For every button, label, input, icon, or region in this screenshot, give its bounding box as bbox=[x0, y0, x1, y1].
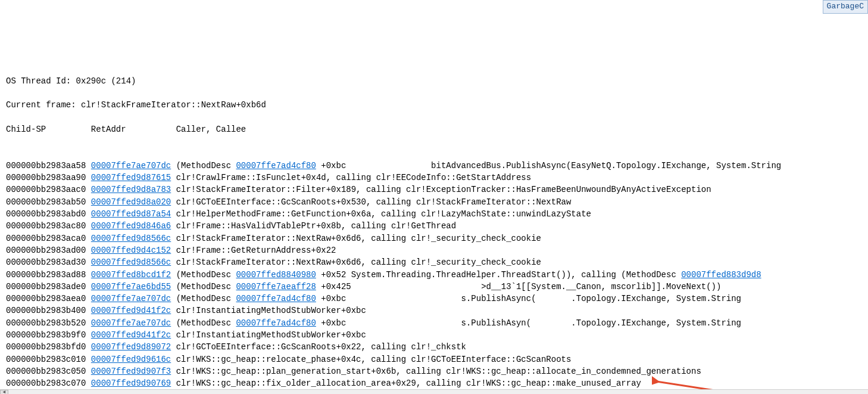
ret-addr-link[interactable]: 00007ffe7ae707dc bbox=[91, 318, 171, 328]
ret-addr-link[interactable]: 00007ffed9d8a783 bbox=[91, 185, 171, 194]
methoddesc-link[interactable]: 00007ffe7ad4cf80 bbox=[236, 294, 316, 303]
call-text: clr!Frame::GetReturnAddress+0x22 bbox=[171, 246, 336, 255]
stack-frame-row: 000000bb2983ab50 00007ffed9d8a020 clr!GC… bbox=[6, 196, 862, 208]
stack-frame-row: 000000bb2983ad88 00007ffed8bcd1f2 (Metho… bbox=[6, 269, 862, 281]
ret-addr-link[interactable]: 00007ffed8bcd1f2 bbox=[91, 270, 171, 280]
child-sp: 000000bb2983b9f0 bbox=[6, 330, 91, 340]
methoddesc-link[interactable]: 00007ffed8840980 bbox=[236, 270, 316, 280]
stack-trace-rows: 000000bb2983aa58 00007ffe7ae707dc (Metho… bbox=[6, 160, 862, 394]
child-sp: 000000bb2983c070 bbox=[6, 379, 91, 388]
child-sp: 000000bb2983ade0 bbox=[6, 282, 91, 291]
ret-addr-link[interactable]: 00007ffed9d87a54 bbox=[91, 209, 171, 219]
horizontal-scrollbar[interactable]: ◄ bbox=[0, 389, 868, 394]
call-text: (MethodDesc bbox=[171, 270, 236, 280]
ret-addr-link[interactable]: 00007ffed9d846a6 bbox=[91, 221, 171, 231]
call-text: (MethodDesc bbox=[171, 161, 236, 170]
ret-addr-link[interactable]: 00007ffed9d8566c bbox=[91, 258, 171, 267]
call-text: clr!InstantiatingMethodStubWorker+0xbc bbox=[171, 330, 366, 340]
methoddesc-link[interactable]: 00007ffed883d9d8 bbox=[681, 270, 761, 280]
stack-frame-row: 000000bb2983aa58 00007ffe7ae707dc (Metho… bbox=[6, 160, 862, 172]
stack-frame-row: 000000bb2983b520 00007ffe7ae707dc (Metho… bbox=[6, 317, 862, 329]
call-text: (MethodDesc bbox=[171, 294, 236, 303]
call-text: clr!HelperMethodFrame::GetFunction+0x6a,… bbox=[171, 209, 591, 219]
child-sp: 000000bb2983ab50 bbox=[6, 197, 91, 207]
stack-frame-row: 000000bb2983b9f0 00007ffed9d41f2c clr!In… bbox=[6, 329, 862, 341]
child-sp: 000000bb2983b520 bbox=[6, 318, 91, 328]
methoddesc-link[interactable]: 00007ffe7ad4cf80 bbox=[236, 161, 316, 170]
stack-frame-row: 000000bb2983ade0 00007ffe7ae6bd55 (Metho… bbox=[6, 281, 862, 293]
stack-frame-row: 000000bb2983aac0 00007ffed9d8a783 clr!St… bbox=[6, 184, 862, 196]
call-text: clr!GCToEEInterface::GcScanRoots+0x530, … bbox=[171, 197, 571, 207]
ret-addr-link[interactable]: 00007ffe7ae6bd55 bbox=[91, 282, 171, 291]
methoddesc-link[interactable]: 00007ffe7aeaff28 bbox=[236, 282, 316, 291]
call-text: clr!CrawlFrame::IsFunclet+0x4d, calling … bbox=[171, 173, 531, 182]
child-sp: 000000bb2983b400 bbox=[6, 306, 91, 315]
child-sp: 000000bb2983aa58 bbox=[6, 161, 91, 170]
stack-frame-row: 000000bb2983aa90 00007ffed9d87615 clr!Cr… bbox=[6, 172, 862, 184]
call-text: clr!WKS::gc_heap::plan_generation_start+… bbox=[171, 367, 701, 376]
child-sp: 000000bb2983ad88 bbox=[6, 270, 91, 280]
call-text: clr!StackFrameIterator::Filter+0x189, ca… bbox=[171, 185, 711, 194]
call-text: +0xbc s.PublishAsyn( .Topology.IExchange… bbox=[316, 318, 741, 328]
call-text: clr!StackFrameIterator::NextRaw+0x6d6, c… bbox=[171, 234, 541, 243]
child-sp: 000000bb2983aea0 bbox=[6, 294, 91, 303]
call-text: +0xbc bitAdvancedBus.PublishAsync(EasyNe… bbox=[316, 161, 781, 170]
child-sp: 000000bb2983ad30 bbox=[6, 258, 91, 267]
ret-addr-link[interactable]: 00007ffed9d4c152 bbox=[91, 246, 171, 255]
call-text: clr!InstantiatingMethodStubWorker+0xbc bbox=[171, 306, 366, 315]
ret-addr-link[interactable]: 00007ffed9d89072 bbox=[91, 342, 171, 352]
call-text: +0x52 System.Threading.ThreadHelper.Thre… bbox=[316, 270, 681, 280]
ret-addr-link[interactable]: 00007ffed9d907f3 bbox=[91, 367, 171, 376]
call-text: (MethodDesc bbox=[171, 282, 236, 291]
child-sp: 000000bb2983c050 bbox=[6, 367, 91, 376]
child-sp: 000000bb2983c010 bbox=[6, 355, 91, 364]
child-sp: 000000bb2983ac80 bbox=[6, 221, 91, 231]
call-text: clr!Frame::HasValidVTablePtr+0x8b, calli… bbox=[171, 221, 456, 231]
call-text: clr!StackFrameIterator::NextRaw+0x6d6, c… bbox=[171, 258, 541, 267]
os-thread-id-line: OS Thread Id: 0x290c (214) bbox=[6, 75, 862, 87]
call-text: +0x425 >d__13`1[[System.__Canon, mscorli… bbox=[316, 282, 722, 291]
column-headers: Child-SP RetAddr Caller, Callee bbox=[6, 123, 862, 135]
ret-addr-link[interactable]: 00007ffed9d87615 bbox=[91, 173, 171, 182]
stack-frame-row: 000000bb2983abd0 00007ffed9d87a54 clr!He… bbox=[6, 208, 862, 220]
ret-addr-link[interactable]: 00007ffed9d8a020 bbox=[91, 197, 171, 207]
child-sp: 000000bb2983aac0 bbox=[6, 185, 91, 194]
call-text: (MethodDesc bbox=[171, 318, 236, 328]
ret-addr-link[interactable]: 00007ffed9d90769 bbox=[91, 379, 171, 388]
child-sp: 000000bb2983bfd0 bbox=[6, 342, 91, 352]
child-sp: 000000bb2983abd0 bbox=[6, 209, 91, 219]
ret-addr-link[interactable]: 00007ffed9d9616c bbox=[91, 355, 171, 364]
stack-frame-row: 000000bb2983aea0 00007ffe7ae707dc (Metho… bbox=[6, 293, 862, 305]
ret-addr-link[interactable]: 00007ffed9d41f2c bbox=[91, 306, 171, 315]
stack-frame-row: 000000bb2983bfd0 00007ffed9d89072 clr!GC… bbox=[6, 341, 862, 353]
child-sp: 000000bb2983aca0 bbox=[6, 234, 91, 243]
stack-frame-row: 000000bb2983ac80 00007ffed9d846a6 clr!Fr… bbox=[6, 220, 862, 232]
stack-frame-row: 000000bb2983c010 00007ffed9d9616c clr!WK… bbox=[6, 353, 862, 365]
stack-frame-row: 000000bb2983ad30 00007ffed9d8566c clr!St… bbox=[6, 256, 862, 268]
call-text: clr!WKS::gc_heap::relocate_phase+0x4c, c… bbox=[171, 355, 571, 364]
ret-addr-link[interactable]: 00007ffe7ae707dc bbox=[91, 294, 171, 303]
ret-addr-link[interactable]: 00007ffed9d41f2c bbox=[91, 330, 171, 340]
ret-addr-link[interactable]: 00007ffe7ae707dc bbox=[91, 161, 171, 170]
child-sp: 000000bb2983ad00 bbox=[6, 246, 91, 255]
stack-frame-row: 000000bb2983ad00 00007ffed9d4c152 clr!Fr… bbox=[6, 244, 862, 256]
methoddesc-link[interactable]: 00007ffe7ad4cf80 bbox=[236, 318, 316, 328]
stack-frame-row: 000000bb2983b400 00007ffed9d41f2c clr!In… bbox=[6, 305, 862, 317]
stack-frame-row: 000000bb2983c050 00007ffed9d907f3 clr!WK… bbox=[6, 365, 862, 377]
stack-frame-row: 000000bb2983aca0 00007ffed9d8566c clr!St… bbox=[6, 232, 862, 244]
stack-frame-row: 000000bb2983c070 00007ffed9d90769 clr!WK… bbox=[6, 377, 862, 389]
search-match-badge: GarbageC bbox=[823, 0, 868, 14]
scroll-left-button[interactable]: ◄ bbox=[0, 390, 8, 395]
ret-addr-link[interactable]: 00007ffed9d8566c bbox=[91, 234, 171, 243]
call-text: clr!GCToEEInterface::GcScanRoots+0x22, c… bbox=[171, 342, 466, 352]
call-text: +0xbc s.PublishAsync( .Topology.IExchang… bbox=[316, 294, 741, 303]
call-text: clr!WKS::gc_heap::fix_older_allocation_a… bbox=[171, 379, 641, 388]
child-sp: 000000bb2983aa90 bbox=[6, 173, 91, 182]
current-frame-line: Current frame: clr!StackFrameIterator::N… bbox=[6, 99, 862, 111]
